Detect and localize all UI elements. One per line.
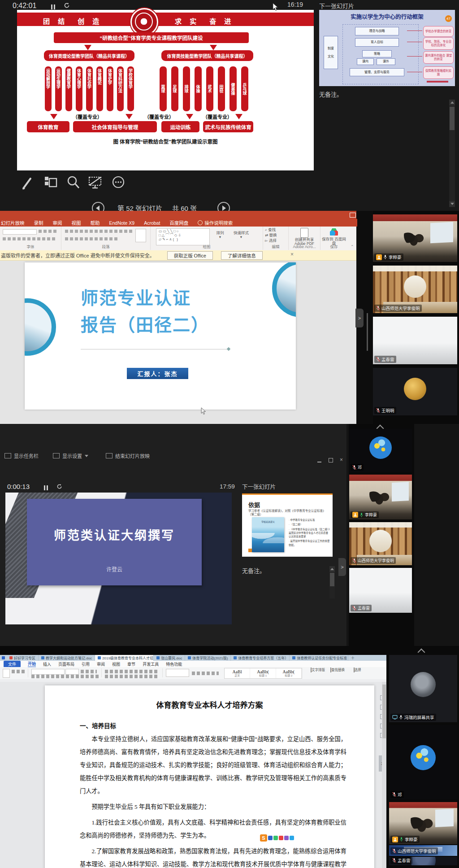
menu-item[interactable]: 章节 [127,661,135,667]
menu-item[interactable]: 引用 [82,661,90,667]
notes-scrollbar[interactable] [329,566,335,598]
document-tab[interactable]: 体育学院活动(2021版) [185,655,231,661]
font-size-select[interactable] [65,669,79,675]
paragraph-group[interactable]: 段落 [61,227,151,250]
learn-more-button[interactable]: 了解详细信息 [221,251,263,260]
styles-gallery[interactable]: AaBl 正文 AaBb( 标题 1 AaBb( 标题 2 [224,668,302,679]
font-name-select[interactable] [31,669,65,675]
document-tab[interactable]: 体育教师认证任务分配专业标准 [290,655,348,661]
ribbon-tab[interactable]: 百度网盘 [169,219,188,226]
participant-tile[interactable]: 邓 [389,725,457,799]
participant-tile[interactable]: 山西师范大学李俊明 [389,845,457,856]
minimize-button[interactable] [317,458,321,465]
next-slide-preview[interactable]: 依据 学习参考《认证标准解读》，对照《中学教育专业认证标准》（第二级） 学校培训… [242,493,333,557]
paragraph-icons-bottom[interactable] [105,675,159,678]
style-preset[interactable]: AaBb( 标题 1 [250,668,276,678]
participant-tile[interactable]: 孟春雷 [389,857,457,865]
document-tab[interactable]: 张山雾风.doc [154,655,185,661]
participant-tile[interactable]: 李粹豪 [373,214,457,262]
font-grow-shrink-icons[interactable] [81,670,97,673]
document-tab[interactable]: 体育教育专业培养方案（五年） [231,655,290,661]
next-slide-preview[interactable]: 实施以学生为中心的行动框架 47 制度文化 理念与战略 育人目标 策略 课内 课… [319,10,455,86]
participant-tile[interactable]: 王明明 [373,368,457,415]
ribbon-tab[interactable]: EndNote X9 [109,220,135,226]
restart-timer-icon[interactable] [56,483,62,491]
doc-scrollbar[interactable] [382,682,386,868]
quick-styles-button[interactable]: 快速样式▾ [230,231,253,240]
participant-tile[interactable]: 山西师范大学李俊明 [373,266,457,313]
close-button[interactable]: × [340,457,343,463]
select-button[interactable]: ▻ 选择 [265,239,286,243]
menu-item[interactable]: 视图 [112,661,120,667]
style-box[interactable] [166,669,189,677]
style-preset[interactable]: AaBb( 标题 2 [276,668,302,678]
get-genuine-office-button[interactable]: 获取正版 Office [167,251,213,260]
editing-group[interactable]: ⌕ 查找 ⇄ 替换 ▻ 选择 编辑 [263,227,289,250]
expand-panel-tab[interactable]: > [355,309,364,327]
ribbon-tab[interactable]: 幻灯片放映 [1,219,25,226]
ribbon-tab[interactable]: Acrobat [144,220,160,226]
menu-item[interactable]: 页面布局 [58,661,74,667]
drawing-group[interactable]: ▭▭╲╲□○□△⌒⌒◇⇩▱✎⌐∧{ } 排列▾ 快速样式▾ 绘图 [151,227,263,250]
document-tab[interactable]: 教学大纲和运动处方笔记.doc [39,655,95,661]
misc-icons[interactable] [192,672,219,675]
select-button[interactable]: 选择 [349,668,366,672]
document-page[interactable]: 体育教育专业本科人才培养方案 一、培养目标 本专业坚持立德树人，适应国家基础教育… [45,685,374,868]
menu-item[interactable]: 特色功能 [166,661,182,667]
style-preset[interactable]: AaBl 正文 [225,668,250,678]
font-style-icons[interactable] [31,675,99,678]
participant-tile[interactable]: 李粹豪 [389,802,457,844]
expand-panel-tab[interactable]: > [338,558,346,576]
find-replace-button[interactable]: 查找替换 [329,668,346,672]
clipboard-icons[interactable] [12,670,25,673]
blank-screen-icon[interactable] [88,175,103,192]
ribbon-tab[interactable]: 审阅 [53,219,62,226]
previous-slide-button[interactable] [92,202,104,211]
ribbon-tab[interactable]: 视图 [72,219,81,226]
shape-gallery-icons[interactable]: ▭▭╲╲□○□△⌒⌒◇⇩▱✎⌐∧{ } [159,229,182,241]
menu-item[interactable]: 文件 [4,661,21,667]
restore-button[interactable] [329,458,333,464]
participant-tile[interactable]: 孟春雷 [349,568,412,613]
menu-item[interactable]: 开始 [28,661,36,667]
participant-tile[interactable]: 李粹豪 [349,475,412,519]
menu-item[interactable]: 开发工具 [143,661,159,667]
menu-item[interactable]: 插入 [43,661,51,667]
arrange-button[interactable]: 排列▾ [212,231,228,240]
more-options-icon[interactable] [111,175,126,191]
ribbon-tab[interactable]: 帮助 [91,219,100,226]
end-slideshow-button[interactable]: 结束幻灯片放映 [106,452,150,459]
ppt-slide-canvas[interactable]: 师范专业认证 报告（田径二） 汇报人：张杰 [25,262,296,410]
menu-item[interactable]: 审阅 [97,661,105,667]
notes-scrollbar[interactable] [449,100,455,207]
ribbon-tab[interactable]: 录制 [34,219,43,226]
collapse-ribbon-icon[interactable]: ⌃ [351,244,354,249]
participant-tile[interactable]: 山西师范大学李俊明 [349,522,412,565]
adobe-pdf-group[interactable]: 创建并共享 Adobe PDF Adobe Acro... [289,227,320,250]
paste-icon[interactable] [3,669,10,678]
presenter-display-icon[interactable] [350,213,356,218]
participant-tile[interactable]: 冯瑞的屏幕共享 [389,655,457,722]
pause-icon[interactable] [44,484,49,492]
document-tab[interactable]: 好好学习专区 [7,655,39,661]
paragraph-icons-top[interactable] [105,670,159,673]
participant-tile[interactable]: 邓 [349,429,412,472]
tell-me-search[interactable]: 操作说明搜索 [198,219,233,226]
next-slide-button[interactable] [217,202,230,211]
baidu-save-group[interactable]: 保存到 百度网盘 保存 [320,227,347,250]
show-taskbar-button[interactable]: 显示任务栏 [4,452,39,459]
font-group[interactable]: 字体 [0,227,61,250]
wps-app-icon[interactable] [2,656,5,659]
new-tab-button[interactable]: ＋ [348,655,357,661]
display-settings-button[interactable]: 显示设置 [53,452,88,459]
document-area[interactable]: 体育教育专业本科人才培养方案 一、培养目标 本专业坚持立德树人，适应国家基础教育… [0,682,386,868]
pen-tool-icon[interactable] [21,175,34,193]
text-layout-button[interactable]: 文字排版 [309,668,326,672]
document-tab[interactable]: 2019级体育教育专业本科人才培养方案 [95,655,154,661]
restart-timer-icon[interactable] [64,2,70,10]
replace-button[interactable]: ⇄ 替换 [265,233,286,237]
dismiss-warning-icon[interactable]: × [290,251,294,257]
see-all-slides-icon[interactable] [44,175,58,192]
participant-tile[interactable]: 孟春雷 [373,317,457,364]
zoom-slide-icon[interactable] [66,175,81,192]
